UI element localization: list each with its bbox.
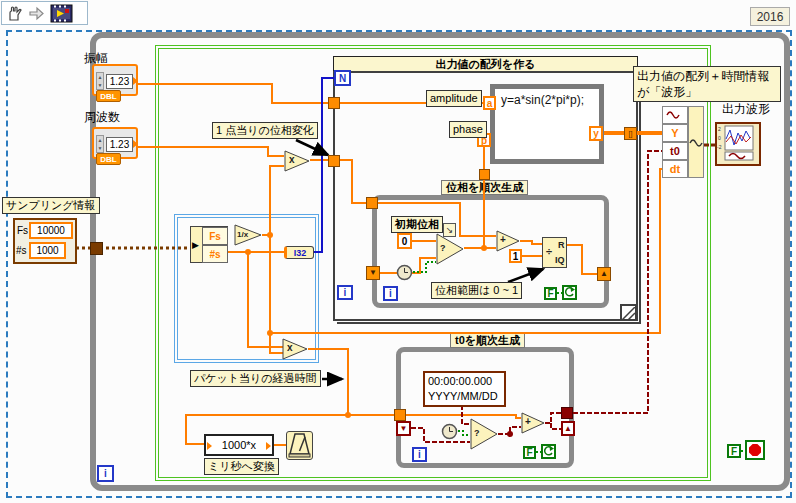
shift-register-right-t0[interactable]: ▲ — [561, 421, 575, 436]
waveform-icon — [665, 110, 685, 120]
packet-time-label: パケット当りの経過時間 — [190, 370, 321, 387]
ns-field-value[interactable]: 1000 — [29, 242, 66, 259]
zero-constant[interactable]: 0 — [397, 233, 412, 249]
array-output-tunnel[interactable]: [] — [624, 127, 637, 140]
graph-icon: 2 0 -2 — [717, 124, 759, 164]
amplitude-value[interactable]: 1.23 — [106, 74, 133, 89]
shift-register-left-phase[interactable]: ▼ — [366, 266, 380, 280]
amplitude-type-badge: DBL — [96, 90, 121, 102]
sr-down-icon: ▼ — [369, 269, 377, 277]
to-i32-node[interactable]: I32 — [284, 246, 314, 259]
waveform-t0-cell[interactable]: t0 — [662, 142, 688, 160]
output-arrow-icon — [266, 442, 271, 450]
fs-field-label: Fs — [17, 225, 28, 236]
phase-loop-left-tunnel[interactable] — [366, 197, 378, 209]
svg-text:2: 2 — [718, 126, 721, 132]
frequency-value[interactable]: 1.23 — [106, 137, 133, 152]
continue-arrow-icon — [564, 287, 575, 298]
unbundle-ns-cell[interactable]: #s — [202, 245, 228, 263]
waveform-body — [688, 106, 704, 178]
for-loop-iteration-terminal[interactable]: i — [337, 285, 353, 300]
build-waveform-node[interactable]: Y t0 dt — [662, 106, 704, 178]
sampling-cluster[interactable]: Fs 10000 #s 1000 — [13, 218, 77, 264]
phase-loop-continue-terminal[interactable] — [562, 285, 577, 300]
multiply-node-phase[interactable]: x — [284, 150, 310, 172]
spinner-icon[interactable]: ▲▼ — [96, 135, 104, 153]
sr-up-icon: ▲ — [564, 425, 572, 433]
formula-node[interactable]: y=a*sin(2*pi*p); — [490, 84, 604, 164]
t0-loop-left-tunnel[interactable] — [394, 409, 406, 421]
first-call-icon[interactable] — [441, 423, 458, 440]
continue-arrow-icon — [543, 446, 554, 457]
t0-loop-title: t0を順次生成 — [450, 333, 525, 348]
unbundle-fs-cell[interactable]: Fs — [202, 227, 228, 245]
reciprocal-node[interactable]: 1/x — [234, 224, 262, 246]
outer-loop-iteration-terminal[interactable]: i — [97, 465, 114, 482]
initial-phase-label: 初期位相 — [391, 216, 443, 233]
timestamp-time: 00:00:00.000 — [428, 374, 501, 389]
spinner-icon[interactable]: ▲▼ — [96, 72, 104, 90]
ns-field-label: #s — [16, 245, 27, 256]
metronome-icon — [287, 432, 312, 459]
waveform-dt-cell[interactable]: dt — [662, 160, 688, 178]
phase-loop-title: 位相を順次生成 — [441, 180, 528, 195]
phase-out-junction[interactable] — [479, 169, 490, 180]
wait-ms-node[interactable] — [286, 431, 313, 460]
for-loop-count-terminal[interactable]: N — [334, 70, 351, 86]
ms-convert-label: ミリ秒へ変換 — [204, 458, 279, 475]
phase-increment-tunnel[interactable] — [328, 155, 340, 167]
svg-text:0: 0 — [718, 135, 721, 141]
frequency-type-badge: DBL — [96, 153, 121, 165]
select-node-phase[interactable]: ? — [436, 233, 464, 265]
sr-up-icon: ▲ — [600, 270, 608, 278]
shift-register-left-t0[interactable]: ▼ — [396, 421, 411, 436]
arrow-tool-icon[interactable] — [28, 5, 46, 22]
timestamp-constant[interactable]: 00:00:00.000 YYYY/MM/DD — [423, 371, 506, 407]
unbundle-arrow-icon: ▶ — [192, 240, 199, 250]
quotient-remainder-node[interactable]: ÷ R IQ — [542, 237, 567, 268]
output-waveform-indicator[interactable]: 2 0 -2 — [715, 122, 761, 166]
multiply-node-packet[interactable]: x — [282, 338, 308, 360]
first-call-icon[interactable] — [396, 264, 413, 281]
one-constant[interactable]: 1 — [509, 249, 522, 263]
formula-output-y[interactable]: y — [589, 126, 603, 141]
page-curl-icon — [622, 307, 635, 320]
for-loop-title: 出力値の配列を作る — [333, 56, 638, 72]
outer-loop-stop-terminal[interactable] — [745, 440, 765, 460]
clip-tool-icon[interactable] — [50, 4, 73, 23]
outer-loop-false-constant[interactable]: F — [727, 444, 741, 458]
block-diagram-canvas: 出力値の配列を作る 位相を順次生成 t0を順次生成 — [0, 0, 796, 503]
phase-loop-iteration-terminal[interactable]: i — [383, 286, 398, 301]
for-loop-page-curl — [620, 304, 637, 321]
waveform-y-cell[interactable]: Y — [662, 124, 688, 142]
sr-down-icon: ▼ — [400, 425, 408, 433]
fs-field-value[interactable]: 10000 — [29, 222, 73, 239]
waveform-icon — [689, 138, 703, 148]
frequency-label: 周波数 — [84, 109, 120, 126]
phase-range-label: 位相範囲は 0 ~ 1 — [431, 282, 522, 299]
phase-loop-false-constant[interactable]: F — [544, 287, 557, 300]
timestamp-date: YYYY/MM/DD — [428, 389, 501, 404]
shift-register-right-phase[interactable]: ▲ — [597, 267, 611, 281]
stop-icon — [749, 444, 761, 456]
t0-loop-continue-terminal[interactable] — [541, 444, 556, 459]
increment-arrow-icon — [133, 77, 138, 85]
t0-output-tunnel[interactable] — [561, 407, 573, 419]
add-node-t0[interactable]: + — [521, 412, 545, 434]
unbundle-node[interactable]: ▶ Fs #s — [190, 226, 228, 263]
t0-loop-false-constant[interactable]: F — [523, 446, 536, 459]
svg-text:-2: -2 — [717, 144, 722, 150]
select-node-t0[interactable]: ? — [470, 418, 498, 450]
version-label: 2016 — [750, 7, 790, 26]
amplitude-terminal-label: amplitude — [426, 90, 482, 107]
amplitude-tunnel[interactable] — [328, 97, 340, 109]
tools-palette — [1, 1, 88, 25]
cluster-tunnel[interactable] — [90, 242, 103, 255]
hand-tool-icon[interactable] — [5, 4, 24, 23]
waveform-glyph-cell — [662, 106, 688, 124]
expression-node[interactable]: 1000*x — [204, 434, 274, 456]
t0-loop-iteration-terminal[interactable]: i — [412, 447, 427, 462]
phase-change-label: 1 点当りの位相変化 — [212, 122, 318, 139]
formula-input-a[interactable]: a — [483, 96, 496, 110]
phase-terminal-label: phase — [449, 121, 487, 138]
